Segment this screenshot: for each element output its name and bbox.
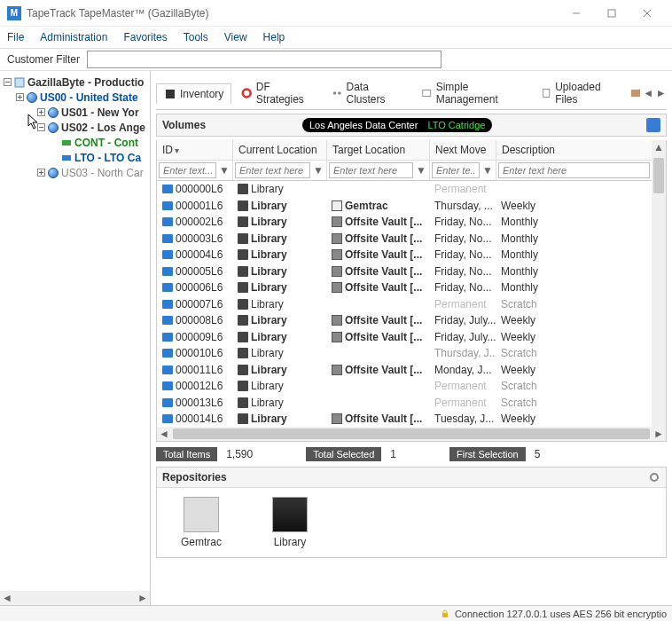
target-icon xyxy=(332,216,342,227)
globe-icon xyxy=(26,91,38,104)
window-title: TapeTrack TapeMaster™ (GazillaByte) xyxy=(27,7,559,20)
tree-us00[interactable]: US00 - United State xyxy=(40,91,138,104)
tree-root[interactable]: GazillaByte - Productio xyxy=(27,76,144,89)
box-icon[interactable] xyxy=(629,87,641,99)
menu-view[interactable]: View xyxy=(224,31,247,43)
table-row[interactable]: 000011L6 Library Offsite Vault [... Mond… xyxy=(157,362,666,379)
table-row[interactable]: 000014L6 Library Offsite Vault [... Tues… xyxy=(157,411,666,427)
tab-scroll-left[interactable]: ◄ xyxy=(643,87,654,99)
expander-icon[interactable] xyxy=(2,77,12,88)
table-row[interactable]: 000006L6 Library Offsite Vault [... Frid… xyxy=(157,279,666,296)
first-selection-label: First Selection xyxy=(449,447,526,461)
total-items-value: 1,590 xyxy=(226,448,253,460)
col-description[interactable]: Description xyxy=(496,140,666,160)
grid-vscrollbar[interactable]: ▲ xyxy=(652,140,666,427)
tree-us02[interactable]: US02 - Los Ange xyxy=(61,122,145,134)
filter-icon[interactable]: ▼ xyxy=(218,164,231,177)
tab-scroll-right[interactable]: ► xyxy=(655,87,667,99)
expander-icon[interactable] xyxy=(35,168,46,178)
table-row[interactable]: 000008L6 Library Offsite Vault [... Frid… xyxy=(157,312,666,329)
tree-us03[interactable]: US03 - North Car xyxy=(61,167,144,179)
tab-df-strategies[interactable]: DF Strategies xyxy=(233,76,322,109)
col-current-location[interactable]: Current Location xyxy=(232,140,326,160)
maximize-button[interactable] xyxy=(594,1,629,26)
tape-icon xyxy=(162,234,173,243)
tape-icon xyxy=(60,152,73,164)
filter-next[interactable] xyxy=(432,162,480,178)
col-target-location[interactable]: Target Location xyxy=(326,140,429,160)
menu-file[interactable]: File xyxy=(7,31,24,43)
table-row[interactable]: 000010L6 Library Thursday, J... Scratch xyxy=(157,345,666,362)
close-button[interactable] xyxy=(629,1,665,26)
filter-target[interactable] xyxy=(329,162,413,178)
titlebar: M TapeTrack TapeMaster™ (GazillaByte) xyxy=(0,0,672,27)
tape-icon[interactable] xyxy=(646,118,660,132)
total-selected-value: 1 xyxy=(390,448,396,460)
location-icon xyxy=(238,397,248,408)
filter-desc[interactable] xyxy=(498,162,650,178)
location-icon xyxy=(238,233,248,244)
filter-icon[interactable]: ▼ xyxy=(481,164,494,177)
filter-current[interactable] xyxy=(235,162,310,178)
tree-us01[interactable]: US01 - New Yor xyxy=(61,106,139,119)
customer-filter-input[interactable] xyxy=(87,51,441,68)
menubar: File Administration Favorites Tools View… xyxy=(0,27,672,48)
sidebar-scrollbar[interactable]: ◄► xyxy=(0,591,150,605)
tab-inventory[interactable]: Inventory xyxy=(156,83,231,104)
col-next-move[interactable]: Next Move xyxy=(429,140,496,160)
tape-icon xyxy=(162,349,173,358)
filter-icon[interactable]: ▼ xyxy=(415,164,427,177)
grid-filter-row: ▼ ▼ ▼ ▼ ▼ xyxy=(157,161,666,181)
location-icon xyxy=(238,365,248,375)
expander-icon[interactable] xyxy=(14,92,25,103)
total-selected-label: Total Selected xyxy=(306,447,381,461)
table-row[interactable]: 000003L6 Library Offsite Vault [... Frid… xyxy=(157,231,666,248)
expander-icon[interactable] xyxy=(35,107,46,118)
tape-icon xyxy=(162,300,173,309)
cabinet-icon xyxy=(184,497,219,532)
table-row[interactable]: 000005L6 Library Offsite Vault [... Frid… xyxy=(157,263,666,280)
svg-rect-26 xyxy=(631,90,640,97)
files-icon xyxy=(541,87,551,99)
tab-data-clusters[interactable]: Data Clusters xyxy=(324,76,411,109)
tree-sidebar: GazillaByte - Productio US00 - United St… xyxy=(0,71,151,605)
minimize-button[interactable] xyxy=(559,1,594,26)
filter-id[interactable] xyxy=(159,162,216,178)
repo-gemtrac[interactable]: Gemtrac xyxy=(175,497,228,548)
grid-hscrollbar[interactable]: ◄► xyxy=(157,427,666,441)
repo-library[interactable]: Library xyxy=(263,497,316,548)
menu-tools[interactable]: Tools xyxy=(184,31,208,43)
tab-uploaded-files[interactable]: Uploaded Files xyxy=(533,76,627,109)
tree-cont[interactable]: CONT - Cont xyxy=(74,137,138,149)
menu-help[interactable]: Help xyxy=(263,31,285,43)
table-row[interactable]: 000007L6 Library Permanent Scratch xyxy=(157,296,666,313)
lock-icon xyxy=(441,609,449,618)
tree-lto[interactable]: LTO - LTO Ca xyxy=(74,152,141,164)
location-icon xyxy=(238,348,248,358)
menu-favorites[interactable]: Favorites xyxy=(123,31,167,43)
col-id[interactable]: ID▾ xyxy=(157,140,232,160)
table-row[interactable]: 000002L6 Library Offsite Vault [... Frid… xyxy=(157,214,666,231)
svg-rect-6 xyxy=(15,78,24,87)
gear-icon[interactable] xyxy=(648,471,660,483)
table-row[interactable]: 000004L6 Library Offsite Vault [... Frid… xyxy=(157,247,666,263)
tape-icon xyxy=(162,185,173,193)
table-row[interactable]: 000009L6 Library Offsite Vault [... Frid… xyxy=(157,329,666,346)
volumes-title: Volumes xyxy=(162,119,295,131)
table-row[interactable]: 000012L6 Library Permanent Scratch xyxy=(157,378,666,395)
svg-rect-1 xyxy=(608,10,615,17)
table-row[interactable]: 000001L6 Library Gemtrac Thursday, ... W… xyxy=(157,198,666,215)
table-row[interactable]: 000000L6 Library Permanent xyxy=(157,181,666,198)
tape-icon xyxy=(162,366,173,374)
svg-rect-20 xyxy=(166,90,175,98)
tab-simple-management[interactable]: Simple Management xyxy=(413,76,531,109)
volumes-grid: ID▾ Current Location Target Location Nex… xyxy=(156,140,667,442)
tape-icon xyxy=(162,316,173,325)
filter-icon[interactable]: ▼ xyxy=(312,164,324,177)
location-badge: Los Angeles Data Center LTO Catridge xyxy=(302,118,492,132)
svg-point-23 xyxy=(338,91,341,95)
menu-administration[interactable]: Administration xyxy=(40,31,107,43)
expander-icon[interactable] xyxy=(35,122,46,133)
svg-point-22 xyxy=(333,91,337,95)
table-row[interactable]: 000013L6 Library Permanent Scratch xyxy=(157,395,666,412)
